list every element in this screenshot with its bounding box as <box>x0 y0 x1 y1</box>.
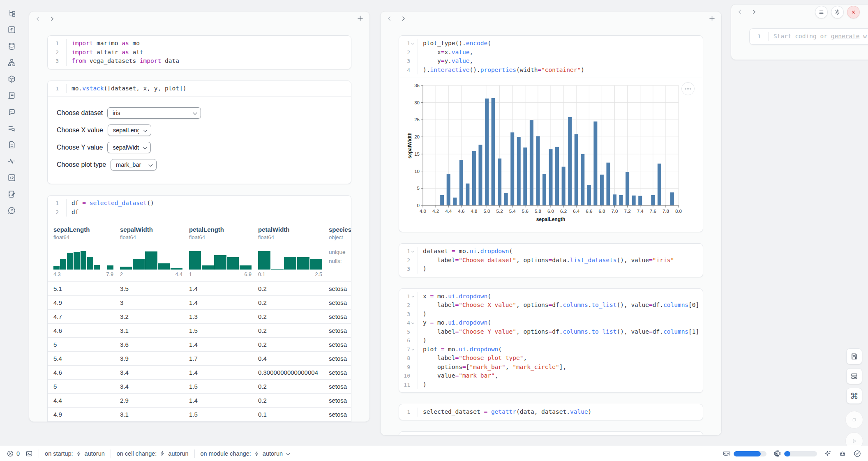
table-cell: 5.4 <box>53 355 120 362</box>
run-config-item[interactable]: on module change:autorun <box>201 450 290 457</box>
fold-chevron-icon[interactable] <box>411 249 415 254</box>
variables-icon[interactable] <box>7 25 16 34</box>
column-histogram <box>120 247 182 270</box>
code-editor[interactable]: 1mo.vstack([dataset, x, y, plot]) <box>48 81 351 97</box>
code-editor[interactable]: 1plot_type = getattr(alt.Chart(df), plot… <box>399 432 703 436</box>
line-number-gutter: 8 <box>399 354 418 363</box>
terminal-icon[interactable] <box>25 450 33 457</box>
lightning-icon <box>159 451 165 456</box>
table-column-header[interactable]: petalWidthfloat640.12.5 <box>258 226 329 281</box>
table-row[interactable]: 4.931.40.2setosa <box>48 295 351 309</box>
table-cell: 0.2 <box>258 285 329 292</box>
table-row[interactable]: 5.13.51.40.2setosa <box>48 281 351 295</box>
chart-output: 4.04.24.44.64.85.05.25.45.65.86.06.26.46… <box>399 78 703 232</box>
table-row[interactable]: 53.41.50.2setosa <box>48 379 351 393</box>
ai-sparkles-icon[interactable] <box>824 449 832 458</box>
code-editor[interactable]: 1import marimo as mo2import altair as al… <box>48 36 351 69</box>
command-icon[interactable]: ⌘ <box>846 388 862 404</box>
code-editor[interactable]: 1dataset = mo.ui.dropdown(2 label="Choos… <box>399 244 703 277</box>
line-number-gutter: 1 <box>399 39 418 48</box>
dropdown-select[interactable]: sepalWidth <box>107 142 151 153</box>
snippets-icon[interactable] <box>7 141 16 149</box>
code-editor[interactable]: 1x = mo.ui.dropdown(2 label="Choose X va… <box>399 289 703 393</box>
dropdown-select[interactable]: sepalLength <box>108 124 151 136</box>
code-editor[interactable]: 1selected_dataset = getattr(data, datase… <box>399 404 703 420</box>
generate-with-ai-link[interactable]: generate <box>831 33 860 39</box>
fold-chevron-icon[interactable] <box>411 294 415 298</box>
database-icon[interactable] <box>7 42 16 51</box>
save-icon[interactable] <box>846 348 862 364</box>
layout-icon[interactable] <box>846 368 862 384</box>
file-tree-icon[interactable] <box>7 9 16 18</box>
help-icon[interactable] <box>7 206 16 215</box>
table-column-header[interactable]: sepalLengthfloat644.37.9 <box>53 226 120 281</box>
column-dtype: float64 <box>120 234 189 240</box>
line-number: 6 <box>407 336 410 345</box>
line-number-gutter: 5 <box>399 327 418 337</box>
table-cell: 0.2 <box>258 313 329 320</box>
dependency-graph-icon[interactable] <box>7 58 16 67</box>
table-column-header[interactable]: speciesobjectuniquenulls: <box>329 226 351 281</box>
code-cell: 1plot_type = getattr(alt.Chart(df), plot… <box>399 431 703 436</box>
bar-chart[interactable]: 4.04.24.44.64.85.05.25.45.65.86.06.26.46… <box>407 82 682 224</box>
chat-icon[interactable] <box>7 108 16 116</box>
chevron-right-icon[interactable] <box>399 15 407 22</box>
table-cell: setosa <box>329 397 351 404</box>
svg-text:7.8: 7.8 <box>663 209 669 214</box>
table-row[interactable]: 53.61.40.2setosa <box>48 337 351 351</box>
errors-indicator[interactable]: 0 <box>7 450 20 457</box>
fold-chevron-icon[interactable] <box>411 321 415 325</box>
table-row[interactable]: 4.63.41.40.3000000000000004setosa <box>48 365 351 379</box>
assistant-icon[interactable] <box>838 449 847 458</box>
tracing-icon[interactable] <box>7 157 16 166</box>
line-number: 11 <box>404 380 410 390</box>
dropdown-select[interactable]: mark_bar <box>111 159 157 171</box>
line-number: 2 <box>55 208 59 217</box>
code-editor[interactable]: 1df = selected_dataset()2df <box>48 196 351 220</box>
chevron-left-icon[interactable] <box>386 15 393 22</box>
column-1: 1import marimo as mo2import altair as al… <box>29 11 370 422</box>
add-cell-button[interactable] <box>356 14 365 23</box>
table-cell: 1.5 <box>189 383 258 390</box>
menu-icon[interactable] <box>815 6 828 18</box>
stop-icon[interactable] <box>845 411 863 429</box>
close-icon[interactable] <box>847 6 860 18</box>
table-row[interactable]: 4.73.21.30.2setosa <box>48 309 351 323</box>
line-number-gutter: 4 <box>399 318 418 327</box>
table-row[interactable]: 4.42.91.40.2setosa <box>48 393 351 407</box>
dropdown-select[interactable]: iris <box>107 107 201 119</box>
notebook-icon[interactable] <box>7 190 16 198</box>
packages-icon[interactable] <box>7 75 16 83</box>
scratchpad-icon[interactable] <box>7 91 16 100</box>
empty-code-cell[interactable]: 1 Start coding or generate with AI <box>749 28 868 45</box>
svg-text:25: 25 <box>414 117 420 122</box>
code-editor[interactable]: 1plot_type().encode(2 x=x.value,3 y=y.va… <box>399 36 703 78</box>
logs-icon[interactable] <box>7 124 16 133</box>
table-column-header[interactable]: sepalWidthfloat6424.4 <box>120 226 189 281</box>
dropdown-chevron-icon: sepalWidth <box>107 142 151 153</box>
table-row[interactable]: 5.43.91.70.4setosa <box>48 351 351 365</box>
chevron-left-icon[interactable] <box>34 15 42 22</box>
fold-chevron-icon[interactable] <box>411 41 415 46</box>
chart-actions-button[interactable] <box>681 82 695 95</box>
table-column-header[interactable]: petalLengthfloat6416.9 <box>189 226 258 281</box>
svg-text:0: 0 <box>417 203 420 208</box>
gear-icon[interactable] <box>831 6 844 18</box>
run-config-item[interactable]: on cell change:autorun <box>117 450 189 457</box>
code-placeholder[interactable]: Start coding or generate with AI <box>769 32 868 41</box>
sidebar <box>0 0 23 446</box>
add-cell-button[interactable] <box>708 14 716 23</box>
code-icon[interactable] <box>7 173 16 182</box>
chevron-left-icon[interactable] <box>736 8 743 15</box>
svg-text:4.4: 4.4 <box>445 209 452 214</box>
fold-chevron-icon[interactable] <box>411 347 415 351</box>
run-config-item[interactable]: on startup:autorun <box>45 450 105 457</box>
table-row[interactable]: 4.93.11.50.1setosa <box>48 407 351 421</box>
chevron-right-icon[interactable] <box>750 8 757 15</box>
table-cell: 1.5 <box>189 411 258 418</box>
table-row[interactable]: 4.63.11.50.2setosa <box>48 323 351 337</box>
check-circle-icon[interactable] <box>853 449 861 458</box>
table-cell: 0.3000000000000004 <box>258 369 329 376</box>
chevron-right-icon[interactable] <box>48 15 55 22</box>
line-number: 3 <box>407 265 410 274</box>
